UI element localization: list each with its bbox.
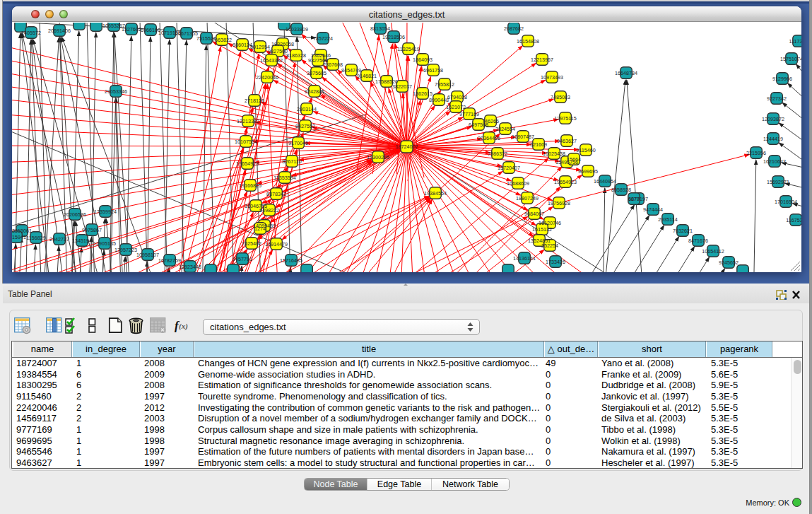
svg-text:19756928: 19756928: [548, 200, 570, 206]
svg-text:17957223: 17957223: [114, 247, 137, 253]
svg-text:7625402: 7625402: [242, 240, 261, 247]
svg-text:6497568: 6497568: [469, 122, 488, 128]
svg-text:15664: 15664: [567, 156, 581, 163]
svg-text:2087682: 2087682: [504, 25, 524, 32]
svg-text:17016504: 17016504: [775, 199, 797, 205]
svg-text:1733426: 1733426: [546, 259, 565, 265]
svg-text:29053346: 29053346: [105, 88, 127, 95]
svg-text:1345194: 1345194: [72, 238, 92, 244]
svg-text:18724007: 18724007: [396, 144, 418, 150]
svg-text:12093872: 12093872: [762, 116, 784, 122]
svg-text:6794028: 6794028: [447, 94, 467, 100]
svg-text:22420046: 22420046: [256, 74, 278, 81]
svg-text:1527602: 1527602: [122, 26, 141, 33]
svg-text:10973493: 10973493: [541, 74, 563, 81]
svg-text:19384554: 19384554: [424, 190, 447, 197]
svg-text:9777169: 9777169: [459, 111, 479, 117]
svg-text:15716485: 15716485: [280, 257, 302, 264]
svg-text:11353594: 11353594: [273, 175, 295, 181]
svg-text:19166825: 19166825: [239, 182, 261, 189]
svg-text:7986372: 7986372: [488, 151, 507, 157]
svg-text:17359924: 17359924: [94, 209, 117, 215]
svg-text:8813054: 8813054: [370, 25, 390, 32]
svg-text:3875685: 3875685: [307, 70, 326, 76]
svg-text:2367608: 2367608: [323, 62, 343, 68]
svg-text:8990448: 8990448: [429, 97, 449, 103]
svg-text:8471676: 8471676: [688, 238, 708, 244]
svg-text:15692971: 15692971: [767, 179, 789, 185]
svg-text:1864093: 1864093: [413, 57, 433, 63]
svg-text:19654923: 19654923: [236, 160, 259, 167]
svg-text:12905135: 12905135: [93, 240, 116, 247]
svg-text:9115460: 9115460: [576, 147, 595, 153]
svg-text:9146821: 9146821: [357, 73, 377, 79]
svg-text:9975867: 9975867: [82, 227, 102, 233]
svg-text:3315061: 3315061: [12, 228, 32, 234]
svg-text:1244419: 1244419: [763, 136, 783, 142]
svg-text:8860124: 8860124: [233, 42, 252, 48]
svg-text:8958928: 8958928: [611, 187, 631, 193]
svg-text:15751074: 15751074: [780, 56, 801, 62]
svg-text:7485083: 7485083: [551, 94, 570, 100]
svg-text:9129966: 9129966: [772, 76, 792, 82]
svg-text:8186328: 8186328: [286, 52, 306, 59]
svg-text:3824554: 3824554: [495, 126, 515, 132]
svg-text:15720407: 15720407: [498, 165, 520, 171]
svg-text:1274: 1274: [254, 226, 266, 232]
svg-text:1156829: 1156829: [26, 235, 45, 241]
svg-text:9684067: 9684067: [524, 211, 544, 217]
svg-text:16671355: 16671355: [175, 30, 198, 37]
svg-text:18807249: 18807249: [516, 195, 539, 201]
svg-text:2803144: 2803144: [297, 106, 317, 112]
svg-text:10025438: 10025438: [543, 151, 565, 157]
svg-text:7663822: 7663822: [212, 37, 232, 43]
svg-text:9474444: 9474444: [643, 206, 663, 213]
svg-text:18226058: 18226058: [271, 41, 294, 47]
svg-text:12975115: 12975115: [554, 115, 576, 122]
svg-text:20691406: 20691406: [48, 28, 71, 34]
svg-text:252254: 252254: [541, 243, 558, 249]
svg-text:621609: 621609: [530, 141, 547, 148]
svg-text:12923448: 12923448: [179, 264, 201, 270]
svg-text:10958107: 10958107: [136, 252, 159, 258]
svg-text:16914479: 16914479: [265, 241, 288, 247]
svg-text:16543382: 16543382: [260, 57, 283, 64]
svg-text:8427552: 8427552: [295, 123, 315, 129]
svg-text:12213967: 12213967: [531, 57, 553, 63]
svg-text:10688609: 10688609: [507, 180, 529, 187]
svg-text:3915941: 3915941: [12, 234, 26, 240]
svg-text:16648784: 16648784: [615, 70, 637, 76]
svg-text:3215956: 3215956: [746, 150, 766, 156]
svg-text:16154808: 16154808: [517, 38, 539, 45]
svg-text:10654112: 10654112: [702, 248, 724, 255]
svg-text:16120746: 16120746: [539, 220, 561, 226]
svg-text:16210643: 16210643: [763, 158, 786, 165]
svg-text:8878342: 8878342: [266, 191, 286, 197]
svg-text:9170046: 9170046: [288, 140, 308, 146]
svg-text:20364436: 20364436: [478, 135, 500, 141]
svg-text:6877: 6877: [628, 196, 640, 202]
svg-text:(x): (x): [179, 322, 188, 331]
svg-text:2935114: 2935114: [658, 216, 677, 223]
svg-text:10107554: 10107554: [235, 139, 257, 145]
svg-text:1615132: 1615132: [532, 226, 552, 233]
svg-text:9245652: 9245652: [719, 259, 739, 266]
svg-text:9463627: 9463627: [557, 138, 577, 144]
svg-text:16440954: 16440954: [594, 178, 616, 185]
svg-text:6966160: 6966160: [141, 27, 160, 33]
svg-text:14136141: 14136141: [513, 255, 536, 262]
svg-text:16033809: 16033809: [286, 26, 308, 33]
svg-text:7632621: 7632621: [673, 228, 693, 234]
svg-text:7955812: 7955812: [435, 81, 454, 88]
svg-text:1621072: 1621072: [446, 104, 466, 110]
svg-text:9699695: 9699695: [578, 168, 598, 175]
svg-text:9242845: 9242845: [305, 88, 324, 95]
svg-text:9227342: 9227342: [767, 95, 787, 102]
svg-text:3822037: 3822037: [392, 83, 412, 90]
svg-text:2942737: 2942737: [49, 236, 69, 243]
svg-text:12213382: 12213382: [237, 118, 259, 124]
svg-text:2718126: 2718126: [245, 98, 264, 104]
svg-text:9457791: 9457791: [233, 256, 252, 262]
svg-text:19654923: 19654923: [554, 179, 577, 185]
svg-text:1362615: 1362615: [413, 90, 433, 97]
